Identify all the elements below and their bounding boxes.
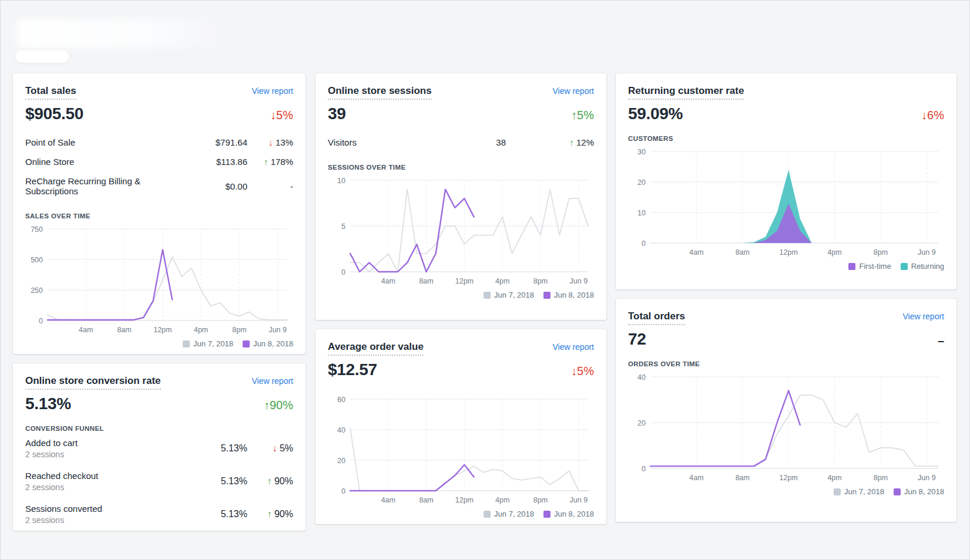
view-report-link-sessions[interactable]: View report: [552, 86, 594, 96]
funnel-label: Added to cart: [25, 438, 183, 448]
up-arrow-icon: ↑: [264, 399, 270, 411]
section-label-conversion-funnel: CONVERSION FUNNEL: [25, 425, 293, 432]
legend-swatch-gray: [834, 488, 841, 495]
section-label-sessions-over-time: SESSIONS OVER TIME: [328, 164, 594, 171]
card-returning-customer-rate: Returning customer rate 59.09% ↓6% CUSTO…: [616, 73, 956, 289]
sessions-delta: ↑5%: [571, 109, 594, 121]
svg-text:8pm: 8pm: [533, 277, 548, 285]
row-label: ReCharge Recurring Billing & Subscriptio…: [25, 176, 183, 196]
svg-text:12pm: 12pm: [455, 496, 474, 504]
delta-value: 90%: [270, 399, 293, 411]
returning-rate-delta: ↓6%: [921, 109, 944, 121]
sales-over-time-chart[interactable]: 02505007504am8am12pm4pm8pmJun 9: [25, 224, 293, 336]
row-value: 38: [435, 137, 506, 147]
svg-text:40: 40: [337, 426, 345, 434]
svg-text:0: 0: [341, 268, 345, 276]
card-title-aov[interactable]: Average order value: [328, 341, 424, 356]
total-orders-value: 72: [628, 330, 646, 349]
returning-rate-value: 59.09%: [628, 104, 683, 123]
orders-over-time-chart[interactable]: 020404am8am12pm4pm8pmJun 9: [628, 372, 944, 484]
up-arrow-icon: ↑: [267, 509, 272, 519]
legend-label: Jun 8, 2018: [554, 510, 594, 518]
legend-label: Jun 8, 2018: [904, 487, 944, 496]
sessions-over-time-chart[interactable]: 05104am8am12pm4pm8pmJun 9: [328, 176, 594, 287]
conversion-rate-delta: ↑90%: [264, 399, 293, 411]
view-report-link-conversion[interactable]: View report: [251, 376, 293, 386]
card-header: Total orders View report: [628, 311, 944, 325]
row-change: ↑ 178%: [247, 157, 293, 167]
down-arrow-icon: ↓: [268, 137, 273, 147]
chart-legend: Jun 7, 2018 Jun 8, 2018: [25, 339, 293, 348]
svg-text:4pm: 4pm: [495, 277, 509, 285]
customers-area-chart[interactable]: 01020304am8am12pm4pm8pmJun 9: [628, 147, 944, 258]
svg-text:8pm: 8pm: [874, 474, 888, 482]
aov-over-time-chart[interactable]: 02040604am8am12pm4pm8pmJun 9: [328, 394, 594, 506]
svg-text:750: 750: [31, 225, 43, 234]
svg-text:Jun 9: Jun 9: [570, 277, 588, 285]
up-arrow-icon: ↑: [264, 157, 268, 167]
legend-label: Jun 7, 2018: [193, 339, 233, 348]
view-report-link-total-sales[interactable]: View report: [251, 86, 293, 96]
svg-text:30: 30: [637, 148, 646, 156]
total-sales-delta: ↓5%: [270, 109, 293, 121]
delta-value: –: [938, 334, 944, 347]
card-title-total-orders[interactable]: Total orders: [628, 311, 685, 325]
legend-label: Jun 7, 2018: [494, 510, 534, 518]
legend-swatch-purple: [243, 340, 250, 348]
svg-text:20: 20: [637, 178, 646, 187]
card-title-returning-rate[interactable]: Returning customer rate: [628, 85, 744, 100]
legend-item-returning: Returning: [901, 262, 944, 271]
conversion-funnel: Added to cart 2 sessions 5.13% ↓ 5% Reac…: [25, 432, 293, 531]
svg-text:0: 0: [39, 317, 43, 325]
card-online-store-sessions: Online store sessions View report 39 ↑5%…: [315, 73, 606, 320]
card-title-conversion-rate[interactable]: Online store conversion rate: [25, 375, 161, 390]
legend-item-jun8: Jun 8, 2018: [894, 487, 944, 496]
svg-text:12pm: 12pm: [780, 248, 798, 257]
card-header: Online store sessions View report: [328, 85, 594, 100]
card-average-order-value: Average order value View report $12.57 ↓…: [315, 329, 606, 524]
sessions-breakdown: Visitors 38 ↑ 12%: [328, 133, 594, 152]
legend-item-jun7: Jun 7, 2018: [484, 510, 534, 518]
view-report-link-orders[interactable]: View report: [902, 312, 944, 321]
svg-text:4am: 4am: [381, 277, 395, 285]
svg-text:0: 0: [341, 487, 345, 495]
card-header: Online store conversion rate View report: [25, 375, 293, 390]
legend-item-jun8: Jun 8, 2018: [543, 510, 594, 518]
legend-swatch-gray: [183, 340, 190, 348]
funnel-label-group: Reached checkout 2 sessions: [25, 471, 183, 492]
chart-legend: Jun 7, 2018 Jun 8, 2018: [328, 510, 594, 518]
delta-value: 6%: [927, 109, 944, 122]
card-title-total-sales[interactable]: Total sales: [25, 85, 76, 100]
funnel-row-sessions-converted: Sessions converted 2 sessions 5.13% ↑ 90…: [25, 498, 293, 531]
down-arrow-icon: ↓: [571, 365, 577, 377]
funnel-row-reached-checkout: Reached checkout 2 sessions 5.13% ↑ 90%: [25, 465, 293, 498]
funnel-label-group: Sessions converted 2 sessions: [25, 504, 183, 525]
row-value: $791.64: [183, 137, 247, 147]
funnel-label: Reached checkout: [25, 471, 183, 481]
change-value: 12%: [576, 137, 594, 147]
svg-text:60: 60: [337, 396, 345, 404]
svg-text:20: 20: [337, 457, 345, 465]
svg-text:0: 0: [642, 465, 646, 473]
chart-legend: Jun 7, 2018 Jun 8, 2018: [628, 487, 944, 496]
view-report-link-aov[interactable]: View report: [552, 342, 594, 352]
svg-text:Jun 9: Jun 9: [918, 248, 936, 257]
down-arrow-icon: ↓: [921, 109, 927, 122]
card-total-sales: Total sales View report $905.50 ↓5% Poin…: [13, 73, 306, 354]
svg-text:Jun 9: Jun 9: [918, 474, 936, 482]
card-title-sessions[interactable]: Online store sessions: [328, 85, 432, 100]
legend-item-jun7: Jun 7, 2018: [834, 487, 884, 496]
svg-text:4pm: 4pm: [827, 474, 841, 482]
svg-text:8am: 8am: [419, 496, 433, 504]
legend-swatch-purple: [543, 511, 551, 518]
svg-text:Jun 9: Jun 9: [570, 496, 588, 504]
funnel-change: ↓ 5%: [247, 443, 293, 454]
svg-text:8am: 8am: [117, 326, 131, 334]
row-change: ↓ 13%: [247, 137, 293, 147]
chart-legend: First-time Returning: [628, 262, 944, 271]
metric-row: 5.13% ↑90%: [25, 394, 293, 413]
row-value: $0.00: [183, 181, 247, 191]
total-sales-value: $905.50: [25, 104, 83, 123]
legend-item-jun8: Jun 8, 2018: [243, 339, 293, 348]
legend-swatch-purple: [543, 292, 551, 299]
